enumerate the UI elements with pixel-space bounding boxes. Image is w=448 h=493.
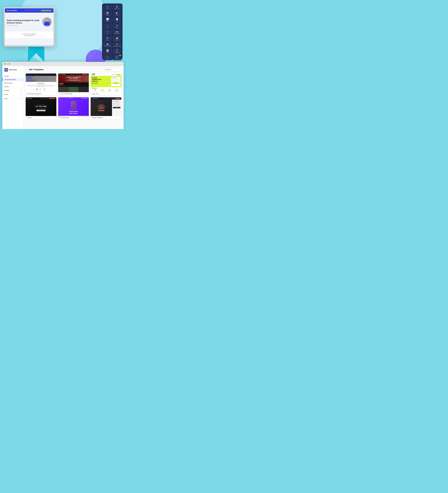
search-bar[interactable]: 🔍	[103, 68, 121, 71]
widget-image-text[interactable]: ⊞ Image + Text	[112, 4, 122, 10]
image-icon: 🖼	[107, 12, 109, 14]
sidebar-item-newest[interactable]: Newest	[2, 85, 23, 88]
template-name-gritness: Gritness	[26, 116, 56, 119]
space-icon: ⇔	[116, 24, 118, 26]
form-icon: 📋	[116, 18, 118, 20]
social-like-icon: 👍	[116, 37, 118, 39]
color-chevron-down-icon: ∨	[20, 98, 21, 100]
search-icon: 🔍	[104, 69, 106, 70]
widget-image[interactable]: 🖼 Image	[103, 11, 112, 17]
widget-html[interactable]: < > HTML	[103, 55, 112, 60]
tablet-nav: Bruce Edwards HOME SERVICES ABOUT ME SCH…	[5, 8, 54, 13]
progress-bar-icon: ▬▬	[116, 31, 118, 32]
back-button[interactable]: ←	[26, 68, 28, 71]
sidebar: ≋ Katie Parker ∨ Sort By Conversion Rate…	[2, 66, 23, 129]
browser-titlebar	[2, 62, 124, 66]
sidebar-item-conversion-rate[interactable]: Conversion Rate	[2, 78, 23, 81]
template-thumbnail-track-sleep: Z SleepTrack START YOUR FREE TRIAL Track…	[58, 97, 89, 116]
sidebar-filter-leads[interactable]: Leads ∨	[2, 92, 23, 97]
widget-form[interactable]: 📋 Form	[112, 17, 122, 23]
layers-icon: ≋	[5, 69, 7, 71]
widget-icon[interactable]: ☺ Icon	[103, 29, 112, 35]
template-name-hardhatted: Always Hardhatted	[91, 116, 121, 119]
tablet-hero: Smart marketing strategies for small bus…	[5, 13, 54, 31]
template-card-luxury-la[interactable]: HILTON HAMMEL HOME LISTINGS ABOUT CONTAC…	[58, 74, 89, 95]
sidebar-item-most-popular[interactable]: Most Popular	[2, 81, 23, 85]
sidebar-filter-industry[interactable]: Industry ∨	[2, 88, 23, 92]
widget-video[interactable]: ▶ Video	[112, 11, 122, 17]
pro-badge: Pro+	[119, 55, 121, 56]
main-header: ← Site Templates 🔍	[26, 68, 121, 71]
widget-space[interactable]: ⇔ Space	[112, 23, 122, 29]
widget-progress-bar[interactable]: ▬▬ Progress Bar	[112, 29, 122, 35]
text-icon: ≡	[107, 6, 108, 8]
hero-divider	[7, 18, 9, 18]
avatar-head	[45, 18, 49, 21]
search-input[interactable]	[107, 69, 120, 70]
icon-widget-icon: ☺	[107, 31, 109, 33]
widget-checkout[interactable]: Pro+ 🛒 Checkout	[112, 55, 122, 60]
line-icon: —	[107, 24, 109, 26]
browser-mockup: ≋ Katie Parker ∨ Sort By Conversion Rate…	[2, 62, 124, 129]
sort-by-label: Sort By	[2, 74, 23, 78]
browser-dot-yellow	[7, 63, 8, 65]
date-icon: 📆	[106, 49, 109, 51]
tablet-mockup: Bruce Edwards HOME SERVICES ABOUT ME SCH…	[3, 7, 55, 47]
template-card-gritness[interactable]: GRITNESS HOME SERVICES ABOUT JOIN OUR NE…	[26, 97, 56, 119]
template-name-bizz-women: Bizz Women Conference	[26, 92, 56, 95]
widget-button[interactable]: ⬜ Button	[103, 17, 112, 23]
template-card-track-sleep[interactable]: Z SleepTrack START YOUR FREE TRIAL Track…	[58, 97, 89, 119]
sidebar-filter-color[interactable]: Color ∨	[2, 97, 23, 101]
tablet-site-name: Bruce Edwards	[7, 10, 17, 11]
color-filter-label: Color	[4, 98, 8, 100]
browser-dot-green	[9, 63, 10, 65]
template-name-track-sleep: Track Sleep App	[58, 116, 89, 119]
checkout-icon: 🛒	[116, 56, 118, 58]
button-icon: ⬜	[106, 18, 109, 20]
top-section: Bruce Edwards HOME SERVICES ABOUT ME SCH…	[0, 0, 126, 62]
image-text-icon: ⊞	[116, 6, 118, 8]
template-thumbnail-bizz-women: OCTOBER 15, 2019 The WeMeanBusinessEvent…	[26, 74, 56, 92]
opentable-icon: ⊙	[116, 43, 118, 45]
template-name-lawn-done: Lawn Done	[91, 92, 121, 95]
tablet-schedule-btn[interactable]: SCHEDULE A SESSION	[41, 10, 52, 11]
sidebar-avatar: ≋	[4, 68, 8, 72]
sidebar-username: Katie Parker	[9, 69, 17, 71]
social-icon: ≪	[106, 37, 109, 39]
browser-content: ≋ Katie Parker ∨ Sort By Conversion Rate…	[2, 66, 124, 129]
avatar-body	[44, 22, 49, 25]
leads-chevron-down-icon: ∨	[20, 94, 21, 95]
widget-countdown[interactable]: ⏱ Countdown	[112, 48, 122, 54]
leads-filter-label: Leads	[4, 94, 8, 95]
template-card-bizz-women[interactable]: OCTOBER 15, 2019 The WeMeanBusinessEvent…	[26, 74, 56, 95]
widget-text[interactable]: ≡ Text	[103, 4, 112, 10]
browser-dot-red	[4, 63, 6, 65]
countdown-icon: ⏱	[116, 49, 118, 51]
tablet-hero-headline: Smart marketing strategies for small bus…	[7, 19, 40, 24]
tablet-footer-text: It's time to turn your prospectsinto loy…	[7, 33, 52, 36]
template-name-luxury-la: Luxury LA Real Estate	[58, 92, 89, 95]
industry-filter-label: Industry	[4, 90, 9, 91]
video-icon: ▶	[116, 12, 118, 14]
calendly-icon: 📅	[107, 44, 109, 45]
template-card-hardhatted[interactable]: L'S NEWS FOUR HOME ABOUT US SERVICES CON…	[91, 97, 121, 119]
widget-social[interactable]: ≪ Social	[103, 36, 112, 42]
widget-line[interactable]: — Line	[103, 23, 112, 29]
user-chevron-down-icon: ∨	[21, 69, 21, 70]
main-content: ← Site Templates 🔍	[23, 66, 124, 129]
tablet-hero-subtext: Your success is my passion.	[7, 25, 40, 26]
tablet-nav-links: HOME SERVICES ABOUT ME SCHEDULE A SESSIO…	[25, 10, 52, 11]
widget-opentable[interactable]: ⊙ OpenTable Embed	[112, 42, 122, 48]
template-thumbnail-lawn-done: LAWNDONE HOME ABOUT GET A QUOTE Friendly…	[91, 74, 121, 92]
widget-panel: ≡ Text ⊞ Image + Text 🖼 Image ▶ Video ⬜ …	[102, 3, 123, 59]
sidebar-user[interactable]: ≋ Katie Parker ∨	[2, 68, 23, 74]
widget-calendly[interactable]: 📅 Calendly Embed	[103, 42, 112, 48]
html-icon: < >	[107, 56, 109, 57]
template-card-lawn-done[interactable]: LAWNDONE HOME ABOUT GET A QUOTE Friendly…	[91, 74, 121, 95]
tablet-avatar	[42, 17, 52, 27]
widget-date[interactable]: 📆 Date	[103, 48, 112, 54]
page-title: Site Templates	[29, 68, 44, 71]
industry-chevron-down-icon: ∨	[20, 90, 21, 91]
widget-social-like[interactable]: 👍 Social Like	[112, 36, 122, 42]
template-grid: OCTOBER 15, 2019 The WeMeanBusinessEvent…	[26, 74, 121, 119]
